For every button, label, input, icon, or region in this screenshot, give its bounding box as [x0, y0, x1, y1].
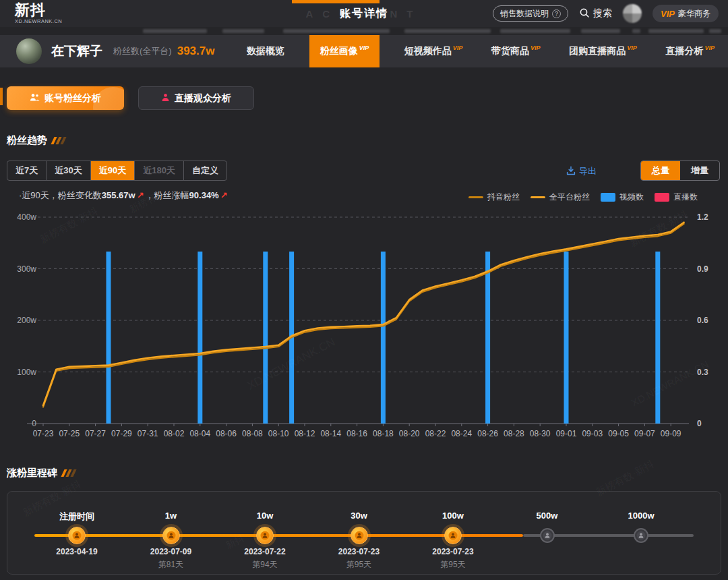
blurred-text-segment: [283, 29, 390, 33]
x-axis-tick-label: 08-06: [216, 429, 237, 438]
account-tab-2[interactable]: 粉丝画像VIP: [309, 35, 380, 67]
toggle-增量[interactable]: 增量: [680, 161, 719, 180]
range-button-近90天[interactable]: 近90天: [91, 161, 135, 180]
account-tab-label: 带货商品: [491, 45, 529, 57]
x-axis-tick-label: 09-01: [556, 429, 577, 438]
x-axis-tick-label: 08-14: [320, 429, 341, 438]
x-axis-tick-label: 07-25: [59, 429, 80, 438]
tab-live-audience-analysis[interactable]: 直播观众分析: [138, 86, 254, 110]
x-axis-tick-label: 07-29: [111, 429, 132, 438]
line-全平台粉丝[interactable]: [43, 223, 684, 406]
milestone-node-30w[interactable]: [351, 527, 368, 544]
range-button-近7天[interactable]: 近7天: [7, 161, 47, 180]
user-avatar[interactable]: [623, 4, 642, 23]
export-button[interactable]: 导出: [566, 165, 597, 177]
milestone-card: 注册时间2023-04-191w2023-07-09第81天10w2023-07…: [7, 491, 721, 575]
account-tab-3[interactable]: 短视频作品VIP: [400, 35, 467, 67]
search-label: 搜索: [593, 7, 612, 20]
bar-视频数[interactable]: [198, 252, 202, 424]
bar-视频数[interactable]: [564, 252, 569, 424]
summary-prefix: ·近90天，粉丝变化数: [19, 190, 102, 200]
milestone-label-1000w: 1000w: [628, 511, 654, 521]
y-axis-tick-right: 0: [697, 419, 702, 428]
toggle-总量[interactable]: 总量: [641, 161, 680, 180]
account-tab-6[interactable]: 直播分析VIP: [661, 35, 719, 67]
x-axis-tick-label: 08-02: [164, 429, 185, 438]
bar-视频数[interactable]: [107, 252, 111, 424]
line-抖音粉丝[interactable]: [43, 224, 684, 407]
account-tab-5[interactable]: 团购直播商品VIP: [565, 35, 641, 67]
milestone-label-500w: 500w: [537, 511, 558, 521]
x-axis-tick-label: 08-24: [451, 429, 472, 438]
chart-svg: 400w300w200w100w01.20.90.60.3007-2307-25…: [0, 209, 728, 445]
account-tab-4[interactable]: 带货商品VIP: [487, 35, 545, 67]
sales-data-info-label: 销售数据说明: [500, 8, 549, 20]
milestone-date: 2023-07-23: [432, 547, 473, 556]
page-title: 账号详情: [340, 7, 388, 21]
vip-badge[interactable]: VIP 豪华商务: [653, 5, 719, 22]
blurred-text-segment: [648, 29, 704, 33]
medal-icon: [260, 531, 270, 540]
bar-视频数[interactable]: [655, 252, 660, 424]
fans-change-value: 355.67w: [102, 190, 135, 200]
milestone-node-10w[interactable]: [256, 527, 274, 544]
chart-legend: 抖音粉丝全平台粉丝视频数直播数: [468, 192, 698, 203]
account-tab-1[interactable]: 数据概览: [243, 35, 289, 67]
legend-label: 视频数: [619, 192, 644, 203]
x-axis-tick-label: 08-28: [504, 429, 524, 438]
decorative-slashes-icon: [53, 135, 67, 146]
milestone-node-500w[interactable]: [540, 528, 555, 543]
search-button[interactable]: 搜索: [579, 7, 612, 20]
milestone-node-注册时间[interactable]: [68, 527, 86, 544]
legend-item-直播数[interactable]: 直播数: [655, 192, 698, 203]
milestone-node-100w[interactable]: [444, 527, 462, 544]
x-axis-tick-label: 07-27: [85, 429, 106, 438]
legend-label: 全平台粉丝: [549, 192, 590, 203]
x-axis-tick-label: 08-30: [530, 429, 551, 438]
account-tab-label: 直播分析: [665, 45, 703, 57]
x-axis-tick-label: 08-04: [189, 429, 210, 438]
legend-item-抖音粉丝[interactable]: 抖音粉丝: [468, 192, 520, 203]
legend-swatch: [530, 196, 545, 198]
summary-middle: ，粉丝涨幅: [146, 190, 189, 200]
y-axis-tick-right: 0.3: [697, 368, 708, 377]
legend-item-视频数[interactable]: 视频数: [601, 192, 644, 203]
fans-trend-title-text: 粉丝趋势: [7, 134, 47, 147]
milestone-label-30w: 30w: [351, 511, 367, 521]
bar-视频数[interactable]: [485, 252, 490, 424]
x-axis-tick-label: 08-22: [425, 429, 446, 438]
x-axis-tick-label: 08-16: [346, 429, 367, 438]
milestone-label-1w: 1w: [165, 511, 177, 521]
legend-label: 直播数: [673, 192, 698, 203]
x-axis-tick-label: 09-05: [608, 429, 629, 438]
range-button-近180天: 近180天: [135, 161, 184, 180]
milestone-node-1000w[interactable]: [634, 528, 648, 543]
blurred-text-segment: [500, 29, 570, 33]
account-tab-bar: 数据概览粉丝画像VIP短视频作品VIP带货商品VIP团购直播商品VIP直播分析V…: [243, 35, 719, 67]
tab-account-fans-analysis[interactable]: 账号粉丝分析: [7, 86, 124, 110]
x-axis-tick-label: 08-20: [399, 429, 420, 438]
export-label: 导出: [579, 165, 597, 177]
milestone-node-1w[interactable]: [162, 527, 180, 544]
legend-item-全平台粉丝[interactable]: 全平台粉丝: [530, 192, 590, 203]
range-button-自定义[interactable]: 自定义: [184, 161, 226, 180]
milestone-section-title: 涨粉里程碑: [7, 467, 77, 480]
up-arrow-icon: ↗: [137, 190, 144, 200]
blurred-text-segment: [709, 29, 721, 33]
bar-视频数[interactable]: [263, 252, 268, 424]
bar-视频数[interactable]: [381, 252, 386, 424]
sales-data-info-button[interactable]: 销售数据说明 ?: [493, 5, 568, 22]
people-icon: [30, 93, 40, 104]
medal-icon: [636, 531, 646, 540]
date-range-group: 近7天近30天近90天近180天自定义: [7, 161, 227, 181]
range-button-近30天[interactable]: 近30天: [47, 161, 90, 180]
fans-trend-chart[interactable]: 400w300w200w100w01.20.90.60.3007-2307-25…: [0, 209, 728, 445]
x-axis-tick-label: 08-10: [268, 429, 289, 438]
milestone-date: 2023-07-09: [150, 547, 191, 556]
milestone-label-注册时间: 注册时间: [59, 511, 94, 523]
y-axis-tick-left: 200w: [17, 316, 36, 325]
y-axis-tick-left: 400w: [17, 212, 36, 222]
milestone-title-text: 涨粉里程碑: [7, 467, 57, 480]
x-axis-tick-label: 08-26: [477, 429, 498, 438]
page: 新抖 XD.NEWRANK.CN ACCOUNT 账号详情 销售数据说明 ? 搜…: [0, 0, 728, 580]
